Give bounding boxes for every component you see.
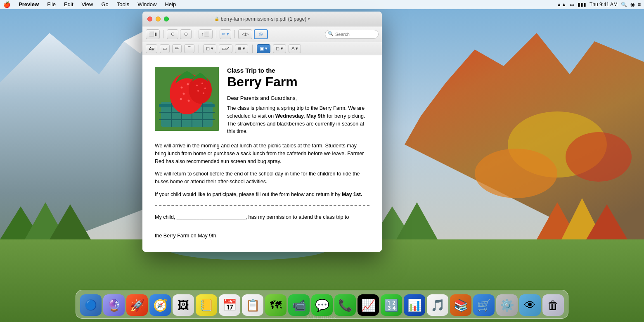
fill-button[interactable]: ◻ ▾ <box>273 44 286 53</box>
pdf-content-area: Class Trip to the Berry Farm Dear Parent… <box>142 55 382 252</box>
pdf-paragraph-2: We will arrive in the morning and eat lu… <box>155 142 369 165</box>
svg-point-34 <box>188 100 190 102</box>
menu-edit[interactable]: Edit <box>62 0 75 8</box>
zoom-in-button[interactable]: ⊕ <box>180 29 192 39</box>
pdf-title-area: Class Trip to the Berry Farm Dear Parent… <box>227 67 369 135</box>
search-container: 🔍 <box>325 30 379 39</box>
clock: Thu 9:41 AM <box>590 2 618 7</box>
dock-icon-reminders[interactable]: 📋 <box>242 294 263 316</box>
dock-icon-systemprefs[interactable]: ⚙️ <box>496 294 518 316</box>
pdf-paragraph-3: We will return to school before the end … <box>155 170 369 186</box>
arrange-button[interactable]: ≋ ▾ <box>235 44 248 53</box>
window-filename: berry-farm-permission-slip.pdf (1 page) <box>221 16 306 22</box>
window-controls <box>147 17 169 21</box>
dock-icon-maps[interactable]: 🗺 <box>265 294 286 316</box>
pen-tool-button[interactable]: ✏ ▾ <box>220 29 231 39</box>
menu-go[interactable]: Go <box>99 0 110 8</box>
dock-icon-photos[interactable]: 🖼 <box>173 294 194 316</box>
text-color-button[interactable]: A ▾ <box>289 44 301 53</box>
battery-icon: ▮▮▮ <box>578 2 586 7</box>
dock-icon-numbers[interactable]: 🔢 <box>381 294 402 316</box>
svg-point-38 <box>204 88 206 89</box>
toolbar-separator-4 <box>234 30 235 38</box>
ann-separator-2 <box>252 45 253 53</box>
menubar-right: ▲▲ ▭ ▮▮▮ Thu 9:41 AM 🔍 ◉ ≡ <box>556 2 641 7</box>
maximize-button[interactable] <box>164 17 169 21</box>
airplay-icon: ▭ <box>570 2 574 7</box>
dock-icon-calendar[interactable]: 📅 <box>219 294 240 316</box>
menu-tools[interactable]: Tools <box>115 0 131 8</box>
search-icon[interactable]: 🔍 <box>621 2 627 7</box>
svg-point-7 <box>566 132 632 182</box>
svg-point-40 <box>203 92 204 94</box>
window-titlebar: 🔒 berry-farm-permission-slip.pdf (1 page… <box>142 12 382 26</box>
dock-icon-finder[interactable]: 🔵 <box>80 294 102 316</box>
highlight-button[interactable]: ◎ <box>254 29 268 39</box>
strawberry-svg <box>155 67 219 131</box>
text-box-button[interactable]: ▭ <box>160 44 170 53</box>
menu-file[interactable]: File <box>45 0 57 8</box>
pdf-permission-text: My child, ________________________, has … <box>155 213 369 241</box>
toolbar-separator-2 <box>195 30 195 38</box>
svg-point-36 <box>196 85 198 86</box>
dock-icon-messages[interactable]: 💬 <box>311 294 333 316</box>
dock-icon-launchpad[interactable]: 🚀 <box>126 294 148 316</box>
dock-icon-safari[interactable]: 🧭 <box>149 294 171 316</box>
dock-icon-notes[interactable]: 📒 <box>196 294 217 316</box>
svg-point-28 <box>181 87 183 89</box>
svg-point-6 <box>475 149 557 198</box>
dock-icon-facetime[interactable]: 📹 <box>288 294 310 316</box>
menu-window[interactable]: Window <box>136 0 158 8</box>
dock-icon-appstore[interactable]: 🛒 <box>473 294 495 316</box>
menu-app-name[interactable]: Preview <box>17 0 40 8</box>
ann-separator-1 <box>199 45 199 53</box>
strawberry-image <box>155 67 219 131</box>
dock-icon-itunes[interactable]: 🎵 <box>427 294 448 316</box>
share-button[interactable]: ↑⬜ <box>199 29 213 39</box>
menubar-left: 🍎 Preview File Edit View Go Tools Window… <box>3 0 178 8</box>
shapes-button[interactable]: ◻ ▾ <box>203 44 216 53</box>
dock-icon-siri[interactable]: 🔮 <box>103 294 125 316</box>
pdf-main-title: Berry Farm <box>227 75 369 89</box>
sidebar-toggle-button[interactable]: ⬜▮ <box>146 29 160 39</box>
border-button[interactable]: ▣ ▾ <box>257 44 270 53</box>
close-button[interactable] <box>147 17 152 21</box>
freehand-button[interactable]: ✏ <box>172 44 182 53</box>
svg-point-39 <box>197 90 199 92</box>
svg-point-33 <box>180 98 182 100</box>
chevron-down-icon[interactable]: ▾ <box>308 17 310 21</box>
dock: 🔵 🔮 🚀 🧭 🖼 📒 📅 📋 🗺 📹 💬 📞 📈 🔢 📊 🎵 📚 🛒 ⚙️ 👁… <box>76 290 568 319</box>
svg-point-35 <box>189 76 212 104</box>
svg-point-37 <box>201 83 203 84</box>
svg-point-31 <box>183 93 185 95</box>
apple-menu[interactable]: 🍎 <box>3 1 10 8</box>
menubar: 🍎 Preview File Edit View Go Tools Window… <box>0 0 644 9</box>
page-nav-button[interactable]: ◁▷ <box>238 29 252 39</box>
pdf-intro-paragraph: The class is planning a spring trip to t… <box>227 104 369 135</box>
menu-view[interactable]: View <box>80 0 95 8</box>
dock-icon-stocks[interactable]: 📈 <box>358 294 379 316</box>
toolbar-separator-1 <box>163 30 163 38</box>
dock-icon-ibooks[interactable]: 📚 <box>450 294 471 316</box>
sketch-button[interactable]: ⌒ <box>184 44 194 53</box>
dock-icon-phone[interactable]: 📞 <box>334 294 356 316</box>
zoom-out-button[interactable]: ⊖ <box>167 29 178 39</box>
dock-icon-keynote[interactable]: 📊 <box>404 294 425 316</box>
annotation-toolbar: Aa ▭ ✏ ⌒ ◻ ▾ ▭⤢ ≋ ▾ ▣ ▾ ◻ ▾ A ▾ <box>142 42 382 55</box>
dock-icon-preview[interactable]: 👁 <box>519 294 541 316</box>
control-center-icon[interactable]: ≡ <box>638 2 641 7</box>
lock-icon: 🔒 <box>214 17 219 21</box>
window-toolbar: ⬜▮ ⊖ ⊕ ↑⬜ ✏ ▾ ◁▷ ◎ 🔍 <box>142 26 382 42</box>
minimize-button[interactable] <box>156 17 161 21</box>
toolbar-separator-3 <box>216 30 216 38</box>
window-title: 🔒 berry-farm-permission-slip.pdf (1 page… <box>214 16 310 22</box>
pdf-paragraph-4: If your child would like to participate,… <box>155 191 369 199</box>
dock-icon-trash[interactable]: 🗑 <box>542 294 564 316</box>
text-style-button[interactable]: Aa <box>146 44 157 53</box>
siri-icon[interactable]: ◉ <box>630 2 635 7</box>
pdf-subtitle: Class Trip to the <box>227 67 369 74</box>
adjust-button[interactable]: ▭⤢ <box>219 44 232 53</box>
pdf-greeting: Dear Parents and Guardians, <box>227 95 369 101</box>
menu-help[interactable]: Help <box>163 0 178 8</box>
wifi-icon: ▲▲ <box>556 2 566 7</box>
